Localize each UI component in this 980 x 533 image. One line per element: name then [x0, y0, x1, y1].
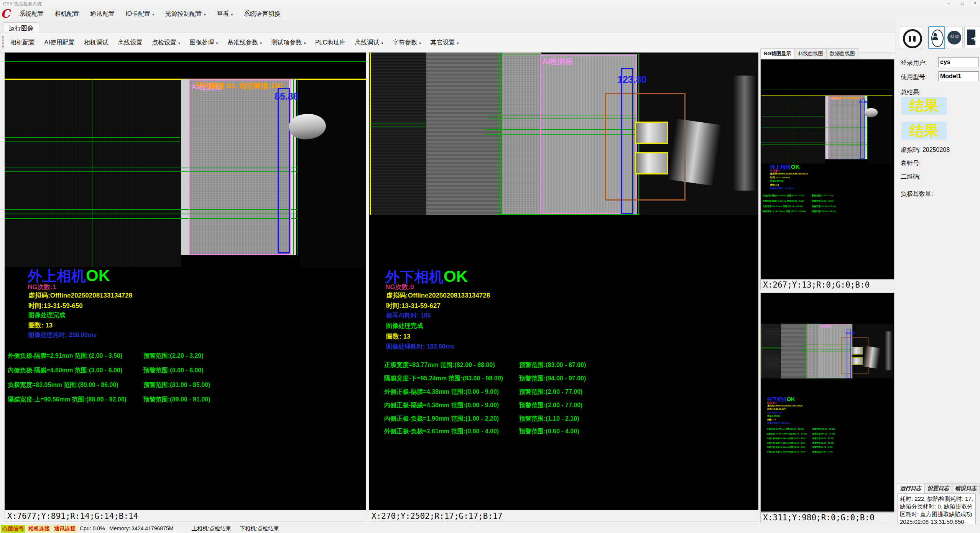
- comm-conn-badge: 通讯连接: [53, 525, 77, 533]
- tool-test-item-params[interactable]: 测试项参数▾: [268, 33, 309, 52]
- result-badge-1: 结果: [901, 97, 947, 115]
- needle-label: 卷针号:: [901, 160, 921, 168]
- camera1-measure-value: 85.88: [859, 100, 868, 104]
- camera2-ai-elapsed: 极耳AI耗时: 165: [386, 312, 431, 320]
- camera2-defect-box: [605, 93, 686, 201]
- tab-error-log[interactable]: 错误日志: [952, 483, 980, 494]
- tab-ng-capture[interactable]: NG截图显示: [760, 48, 795, 59]
- camera1-ng-count: NG次数:1: [28, 283, 56, 291]
- camera1-measure-value: 85.88: [275, 91, 299, 102]
- ng-thumb-1[interactable]: AI检测框 平均阈值:93, 动态阈值:100 85.88 外上相机OK NG次…: [760, 59, 894, 280]
- menu-camera-config[interactable]: 相机配置: [51, 7, 83, 21]
- lower-camera-status: 下相机:点检结束: [240, 525, 279, 532]
- pause-icon: [903, 29, 922, 48]
- camera1-time: 时间:13-31-59-650: [28, 301, 83, 310]
- app-logo-icon: C: [1, 7, 13, 20]
- camera1-status: OK: [86, 266, 110, 285]
- close-icon[interactable]: ×: [969, 0, 980, 6]
- camera1-status: OK: [791, 163, 800, 170]
- camera2-defect-box: [841, 337, 868, 374]
- camera1-image-right-region: [868, 95, 893, 163]
- tool-offline-debug[interactable]: 离线调试▾: [351, 33, 386, 52]
- tab-line-curve[interactable]: 料线曲线图: [795, 48, 827, 59]
- tab-setting-log[interactable]: 设置日志: [924, 483, 952, 494]
- camera1-measure-box: [860, 99, 865, 158]
- camera2-image-left-region: [762, 324, 781, 378]
- chevron-down-icon: ▾: [152, 12, 154, 16]
- menu-language-switch[interactable]: 系统语言切换: [240, 7, 284, 21]
- upper-camera-status: 上相机:点检结束: [192, 525, 231, 532]
- menu-view[interactable]: 查看▾: [213, 7, 237, 21]
- camera1-time: 时间:13-31-59-650: [770, 176, 789, 179]
- camera2-elapsed: 图像处理耗时: 183.00ms: [767, 422, 790, 424]
- total-result-label: 总结果:: [901, 89, 921, 97]
- chevron-down-icon: ▾: [457, 41, 459, 45]
- tab-data-curve[interactable]: 数据曲线图: [827, 48, 858, 59]
- tool-camera-debug[interactable]: 相机调试: [81, 33, 112, 52]
- tool-ai-usage-config[interactable]: AI使用配置: [41, 33, 78, 52]
- tab-run-log[interactable]: 运行日志: [897, 483, 924, 494]
- login-user-input[interactable]: [938, 57, 979, 67]
- maximize-icon[interactable]: □: [957, 0, 968, 6]
- menu-io-card-config[interactable]: IO卡配置▾: [122, 7, 158, 21]
- minimize-icon[interactable]: –: [943, 0, 955, 6]
- camera2-loop-count: 圈数: 13: [767, 418, 775, 421]
- camera1-elapsed: 图像处理耗时: 258.00ms: [770, 187, 794, 190]
- user-group-button[interactable]: ☺☺: [946, 26, 963, 48]
- menu-bar: C 系统配置 相机配置 通讯配置 IO卡配置▾ 光源控制配置▾ 查看▾ 系统语言…: [0, 7, 980, 21]
- model-input[interactable]: [938, 71, 979, 81]
- toolbar-drag-handle[interactable]: [2, 36, 4, 48]
- menu-light-control-config[interactable]: 光源控制配置▾: [161, 7, 210, 21]
- chevron-down-icon: ▾: [216, 41, 218, 45]
- heartbeat-badge: 心跳信号: [1, 525, 25, 533]
- thumb1-coord-readout: X:267;Y:13;R:0;G:0;B:0: [760, 280, 894, 290]
- camera1-process-done: 图像处理完成: [770, 179, 783, 183]
- ng-thumb-2[interactable]: AI检测框 123.80 外下相机OK NG次数:0 虚拟码:Offline20…: [760, 293, 894, 512]
- camera2-loop-count: 圈数: 13: [386, 332, 410, 341]
- logout-button[interactable]: ➜: [964, 26, 980, 48]
- tool-spot-check[interactable]: 点检设置▾: [148, 33, 184, 52]
- camera2-measure-value: 123.80: [845, 331, 855, 335]
- result-badge-2: 结果: [901, 122, 947, 140]
- tool-camera-config[interactable]: 相机配置: [7, 33, 38, 52]
- status-bar: 心跳信号 相机连接 通讯连接 Cpu: 0.0% Memory: 3424.41…: [0, 524, 980, 533]
- tool-char-params[interactable]: 字符参数▾: [389, 33, 424, 52]
- camera1-vcode: 虚拟码:Offline20250208133134728: [770, 172, 807, 175]
- tool-offline-settings[interactable]: 离线设置: [114, 33, 146, 52]
- camera2-measure-box: [621, 68, 633, 214]
- camera1-ai-detect-box: [189, 79, 291, 255]
- tool-baseline-params[interactable]: 基准线参数▾: [224, 33, 265, 52]
- menu-system-config[interactable]: 系统配置: [15, 7, 48, 21]
- camera2-thumbnail-view[interactable]: AI检测框 123.80 外下相机OK NG次数:0 虚拟码:Offline20…: [761, 324, 893, 478]
- camera1-thumbnail-view[interactable]: AI检测框 平均阈值:93, 动态阈值:100 85.88 外上相机OK NG次…: [761, 86, 892, 252]
- app-window: CYS-视觉检测系统 – □ × C 系统配置 相机配置 通讯配置 IO卡配置▾…: [0, 0, 980, 533]
- camera2-ai-box-label: AI检测框: [820, 325, 830, 328]
- preview-tab-strip: NG截图显示料线曲线图数据曲线图: [760, 48, 894, 59]
- login-user-label: 登录用户:: [901, 59, 927, 67]
- camera2-tab-box-2: [852, 357, 863, 365]
- chevron-down-icon: ▾: [260, 41, 262, 45]
- camera2-measure-value: 123.80: [617, 74, 646, 85]
- camera2-time: 时间:13-31-59-627: [767, 408, 786, 411]
- camera2-panel[interactable]: AI检测框 123.80 外下相机OK NG次数:0 虚拟码:Offline20…: [369, 53, 758, 510]
- model-label: 使用型号:: [901, 73, 927, 81]
- chevron-down-icon: ▾: [304, 41, 306, 45]
- tool-other-settings[interactable]: 其它设置▾: [427, 33, 462, 52]
- camera1-image-left-region: [761, 95, 825, 163]
- camera2-ai-elapsed: 极耳AI耗时: 165: [767, 411, 782, 414]
- menu-comm-config[interactable]: 通讯配置: [86, 7, 118, 21]
- camera1-process-done: 图像处理完成: [28, 311, 65, 319]
- camera1-panel[interactable]: AI检测框 平均阈值:93, 动态阈值:100 85.88 外上相机OK NG次…: [5, 53, 366, 510]
- camera1-image-right-region: [300, 79, 366, 267]
- camera-conn-badge: 相机连接: [27, 525, 51, 533]
- right-panel: ☺☺ ➜ 登录用户: 使用型号: 总结果: 结果 结果 虚拟码: 2025020…: [895, 21, 980, 524]
- pause-button[interactable]: [900, 26, 922, 48]
- user-button[interactable]: [928, 26, 945, 49]
- neg-tab-count-label: 负极耳数量:: [901, 190, 933, 198]
- tool-plc-address-lib[interactable]: PLC地址库: [312, 33, 349, 52]
- camera2-process-done: 图像处理完成: [386, 322, 423, 330]
- camera2-tab-box-2: [635, 152, 668, 174]
- chevron-down-icon: ▾: [178, 41, 180, 45]
- tool-image-processing[interactable]: 图像处理▾: [186, 33, 221, 52]
- chevron-down-icon: ▾: [231, 12, 233, 16]
